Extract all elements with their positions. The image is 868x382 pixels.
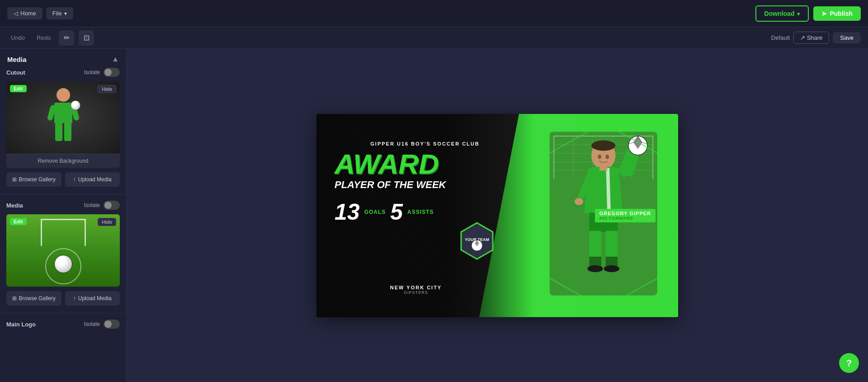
upload-icon-2: ↑ — [73, 295, 76, 302]
publish-button[interactable]: ➤ Publish — [813, 6, 861, 21]
club-name: GIPPER U16 BOY'S SOCCER CLUB — [335, 141, 515, 146]
cutout-upload-media-button[interactable]: ↑ Upload Media — [65, 172, 120, 187]
goals-number: 13 — [335, 199, 360, 225]
cutout-preview-container: Edit Hide Remove Background — [6, 81, 120, 168]
canvas-area: GIPPER U16 BOY'S SOCCER CLUB AWARD PLAYE… — [127, 49, 868, 382]
cutout-upload-label: Upload Media — [78, 176, 112, 183]
save-label: Save — [840, 34, 854, 41]
home-label: Home — [20, 10, 36, 17]
canvas-text-area: GIPPER U16 BOY'S SOCCER CLUB AWARD PLAYE… — [335, 141, 515, 225]
cutout-browse-gallery-button[interactable]: ⊞ Browse Gallery — [6, 172, 61, 187]
share-label: Share — [807, 34, 823, 41]
topbar-left: ◁ Home File — [7, 7, 73, 19]
undo-label: Undo — [11, 34, 25, 41]
sidebar-title: Media — [7, 56, 27, 63]
eyedropper-icon: ✏ — [64, 33, 70, 42]
media-isolate-row: Isolate — [84, 201, 120, 210]
media-gallery-buttons: ⊞ Browse Gallery ↑ Upload Media — [6, 291, 120, 306]
crop-button[interactable]: ⊡ — [79, 30, 94, 46]
redo-button[interactable]: Redo — [33, 33, 54, 43]
remove-background-button[interactable]: Remove Background — [6, 154, 120, 168]
ball-on-grass — [54, 255, 72, 273]
file-label: File — [52, 10, 62, 17]
crop-icon: ⊡ — [84, 33, 90, 42]
media-edit-badge[interactable]: Edit — [10, 218, 27, 225]
help-button[interactable]: ? — [839, 353, 859, 373]
cutout-edit-badge[interactable]: Edit — [10, 85, 27, 92]
gallery-icon-2: ⊞ — [12, 295, 17, 302]
download-button[interactable]: Download — [755, 5, 809, 22]
download-label: Download — [764, 10, 795, 17]
media-upload-media-button[interactable]: ↑ Upload Media — [65, 291, 120, 306]
design-canvas[interactable]: GIPPER U16 BOY'S SOCCER CLUB AWARD PLAYE… — [316, 114, 678, 317]
arrow-left-icon: ◁ — [14, 10, 18, 17]
cutout-isolate-row: Isolate — [84, 68, 120, 77]
player-name: GREGORY GIPPER — [599, 211, 651, 216]
media-title: Media — [6, 202, 23, 209]
award-line2: PLAYER OF THE WEEK — [335, 180, 515, 190]
player-position: #00 FORWARD — [599, 216, 651, 221]
media-isolate-label: Isolate — [84, 202, 100, 208]
media-browse-gallery-button[interactable]: ⊞ Browse Gallery — [6, 291, 61, 306]
main-content: Media ▲ Cutout Isolate — [0, 49, 868, 382]
team-name-main: NEW YORK CITY — [335, 285, 497, 290]
player-leg-right — [64, 123, 71, 141]
player-body — [54, 103, 72, 123]
cutout-hide-badge[interactable]: Hide — [98, 85, 116, 93]
toolbar-right: Default ↗ Share Save — [771, 32, 861, 44]
goals-label: GOALS — [364, 209, 386, 215]
main-logo-header: Main Logo Isolate — [6, 320, 120, 329]
upload-icon: ↑ — [73, 176, 76, 183]
svg-point-18 — [591, 140, 615, 151]
chevron-down-icon — [64, 10, 67, 17]
player-name-badge: GREGORY GIPPER #00 FORWARD — [595, 209, 656, 222]
cutout-isolate-toggle[interactable] — [104, 68, 120, 77]
media-upload-label: Upload Media — [78, 295, 112, 302]
team-name-sub: GIPSTERS — [335, 290, 497, 295]
topbar-right: Download ➤ Publish — [755, 5, 861, 22]
media-browse-label: Browse Gallery — [19, 295, 56, 302]
share-icon: ↗ — [800, 34, 805, 41]
main-logo-isolate-toggle[interactable] — [104, 320, 120, 329]
svg-rect-21 — [599, 165, 607, 170]
hexagon-logo: YOUR TEAM — [457, 221, 497, 261]
undo-button[interactable]: Undo — [7, 33, 28, 43]
player-leg-left — [55, 123, 62, 141]
svg-point-22 — [575, 198, 583, 205]
player-arm-left — [47, 104, 56, 121]
publish-label: Publish — [830, 10, 853, 17]
topbar: ◁ Home File Download ➤ Publish — [0, 0, 868, 27]
canvas-team-name: NEW YORK CITY GIPSTERS — [335, 285, 497, 295]
help-label: ? — [846, 358, 852, 368]
chevron-down-icon — [797, 10, 800, 17]
media-isolate-toggle[interactable] — [104, 201, 120, 210]
award-line1: AWARD — [335, 150, 515, 178]
player-figure — [46, 88, 80, 147]
cutout-gallery-buttons: ⊞ Browse Gallery ↑ Upload Media — [6, 172, 120, 187]
gallery-icon: ⊞ — [12, 176, 17, 183]
main-logo-section: Main Logo Isolate — [0, 313, 126, 329]
save-button[interactable]: Save — [833, 32, 861, 43]
team-logo-hex: YOUR TEAM — [457, 221, 497, 263]
cutout-isolate-label: Isolate — [84, 69, 100, 75]
redo-label: Redo — [37, 34, 51, 41]
eyedropper-button[interactable]: ✏ — [59, 30, 74, 46]
goal-posts — [41, 219, 86, 246]
svg-point-28 — [588, 265, 603, 272]
file-button[interactable]: File — [46, 7, 73, 19]
sidebar-header: Media ▲ — [0, 49, 126, 68]
svg-point-20 — [606, 155, 609, 159]
assists-label: ASSISTS — [407, 209, 434, 215]
media-hide-badge[interactable]: Hide — [98, 218, 116, 226]
home-button[interactable]: ◁ Home — [7, 7, 42, 19]
player-ball — [71, 100, 80, 110]
send-icon: ➤ — [821, 10, 827, 17]
default-label: Default — [771, 34, 790, 41]
share-button[interactable]: ↗ Share — [793, 32, 829, 44]
toolbar: Undo Redo ✏ ⊡ Default ↗ Share Save — [0, 27, 868, 49]
cutout-section: Cutout Isolate — [0, 68, 126, 194]
media-section-header: Media Isolate — [6, 201, 120, 210]
media-section: Media Isolate Edit Hide — [0, 194, 126, 313]
collapse-button[interactable]: ▲ — [112, 55, 119, 63]
svg-point-19 — [598, 155, 601, 159]
